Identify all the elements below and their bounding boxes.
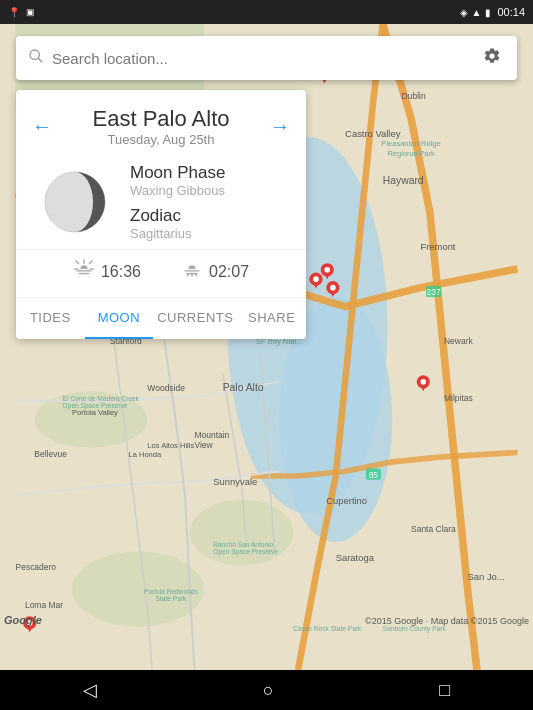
- svg-text:Portola Redwoods: Portola Redwoods: [144, 588, 198, 595]
- location-status-icon: 📍: [8, 7, 20, 18]
- svg-text:Milpitas: Milpitas: [444, 393, 473, 403]
- sim-icon: ▣: [26, 7, 35, 17]
- svg-text:Saratoga: Saratoga: [336, 552, 375, 563]
- sunset-icon: [181, 258, 203, 285]
- sunrise-time: 16:36: [101, 263, 141, 281]
- home-button[interactable]: ○: [263, 680, 274, 701]
- location-info: East Palo Alto Tuesday, Aug 25th: [93, 106, 230, 147]
- svg-text:Loma Mar: Loma Mar: [25, 600, 63, 610]
- wifi-icon: ▲: [472, 7, 482, 18]
- svg-text:Los Altos Hills: Los Altos Hills: [147, 441, 194, 450]
- moon-section: Moon Phase Waxing Gibbous Zodiac Sagitta…: [16, 151, 306, 249]
- svg-text:Woodside: Woodside: [147, 383, 185, 393]
- svg-text:Cupertino: Cupertino: [326, 495, 367, 506]
- tab-share[interactable]: SHARE: [237, 298, 306, 339]
- back-button[interactable]: ◁: [83, 679, 97, 701]
- svg-text:State Park: State Park: [156, 595, 187, 602]
- times-row: 16:36 02:07: [16, 249, 306, 297]
- sunrise-time-item: 16:36: [73, 258, 141, 285]
- svg-text:Newark: Newark: [444, 336, 473, 346]
- status-left-icons: 📍 ▣: [8, 7, 35, 18]
- svg-text:Fremont: Fremont: [420, 241, 455, 252]
- svg-text:Rancho San Antonio: Rancho San Antonio: [213, 541, 273, 548]
- moon-phase-label: Moon Phase: [130, 163, 282, 183]
- svg-text:San Jo...: San Jo...: [468, 571, 505, 582]
- svg-point-63: [420, 379, 426, 385]
- svg-line-65: [38, 58, 42, 62]
- bottom-nav: ◁ ○ □: [0, 670, 533, 710]
- moon-phase-value: Waxing Gibbous: [130, 183, 282, 198]
- svg-point-6: [190, 500, 294, 566]
- tab-currents[interactable]: CURRENTS: [153, 298, 237, 339]
- svg-text:Open Space Preserve: Open Space Preserve: [63, 402, 128, 410]
- svg-text:Castle Rock State Park: Castle Rock State Park: [293, 625, 362, 632]
- location-name: East Palo Alto: [93, 106, 230, 132]
- zodiac-value: Sagittarius: [130, 226, 282, 241]
- svg-text:Santa Clara: Santa Clara: [411, 525, 456, 535]
- svg-text:Pescadero: Pescadero: [16, 562, 57, 572]
- svg-text:85: 85: [369, 470, 379, 480]
- time-display: 00:14: [497, 6, 525, 18]
- sunset-time-item: 02:07: [181, 258, 249, 285]
- search-input[interactable]: [52, 50, 479, 67]
- svg-text:Regional Park: Regional Park: [387, 149, 434, 158]
- location-date: Tuesday, Aug 25th: [93, 132, 230, 147]
- status-right-icons: ◈ ▲ ▮ 00:14: [460, 6, 525, 18]
- tab-moon[interactable]: MOON: [85, 298, 154, 339]
- recent-apps-button[interactable]: □: [439, 680, 450, 701]
- moon-phase-icon: [40, 167, 110, 237]
- card-tabs: TIDES MOON CURRENTS SHARE: [16, 297, 306, 339]
- svg-point-64: [30, 50, 39, 59]
- svg-text:Sunnyvale: Sunnyvale: [213, 476, 257, 487]
- google-logo: Google: [4, 614, 42, 626]
- svg-text:El Corte de Madera Creek: El Corte de Madera Creek: [63, 395, 140, 402]
- location-icon: ◈: [460, 7, 468, 18]
- svg-text:View: View: [194, 440, 213, 450]
- svg-point-54: [313, 276, 319, 282]
- svg-point-51: [324, 267, 330, 273]
- svg-text:Castro Valley: Castro Valley: [345, 128, 401, 139]
- status-bar: 📍 ▣ ◈ ▲ ▮ 00:14: [0, 0, 533, 24]
- next-location-button[interactable]: →: [266, 111, 294, 142]
- info-card: ← East Palo Alto Tuesday, Aug 25th → Moo…: [16, 90, 306, 339]
- svg-text:Pleasanton Ridge: Pleasanton Ridge: [381, 139, 440, 148]
- zodiac-label: Zodiac: [130, 206, 282, 226]
- search-bar: [16, 36, 517, 80]
- svg-text:Dublin: Dublin: [402, 91, 426, 101]
- card-header: ← East Palo Alto Tuesday, Aug 25th →: [16, 90, 306, 151]
- settings-button[interactable]: [479, 43, 505, 74]
- svg-text:Hayward: Hayward: [383, 175, 424, 186]
- svg-text:237: 237: [427, 287, 441, 297]
- sunrise-icon: [73, 258, 95, 285]
- tab-tides[interactable]: TIDES: [16, 298, 85, 339]
- svg-text:Sanborn County Park: Sanborn County Park: [383, 625, 447, 633]
- svg-text:Open Space Preserve: Open Space Preserve: [213, 548, 278, 556]
- battery-icon: ▮: [485, 7, 491, 18]
- svg-point-57: [330, 285, 336, 291]
- svg-text:Bellevue: Bellevue: [34, 449, 67, 459]
- map-attribution: ©2015 Google · Map data ©2015 Google: [365, 616, 529, 626]
- prev-location-button[interactable]: ←: [28, 111, 56, 142]
- svg-text:La Honda: La Honda: [129, 450, 162, 459]
- sunset-time: 02:07: [209, 263, 249, 281]
- svg-text:Palo Alto: Palo Alto: [223, 382, 264, 393]
- moon-details: Moon Phase Waxing Gibbous Zodiac Sagitta…: [130, 163, 282, 241]
- search-icon: [28, 48, 44, 68]
